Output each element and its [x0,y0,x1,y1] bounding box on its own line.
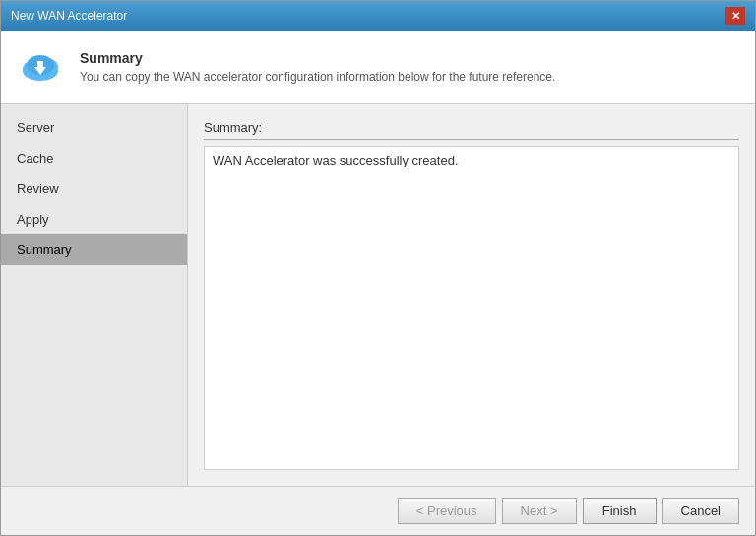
cancel-button[interactable]: Cancel [662,498,739,524]
wan-icon [17,43,64,91]
next-button[interactable]: Next > [502,498,577,524]
previous-button[interactable]: < Previous [398,498,496,524]
header-area: Summary You can copy the WAN accelerator… [1,31,755,104]
window-title: New WAN Accelerator [11,9,127,23]
summary-label: Summary: [204,120,739,140]
main-window: New WAN Accelerator ✕ Summary You can co… [0,0,756,536]
close-button[interactable]: ✕ [725,7,745,25]
header-title: Summary [80,50,555,66]
sidebar-item-server[interactable]: Server [1,112,187,143]
sidebar: Server Cache Review Apply Summary [1,104,188,486]
sidebar-item-review[interactable]: Review [1,173,187,204]
sidebar-item-summary[interactable]: Summary [1,234,187,265]
summary-box: WAN Accelerator was successfully created… [204,146,739,470]
footer: < Previous Next > Finish Cancel [1,486,755,535]
sidebar-item-cache[interactable]: Cache [1,143,187,173]
header-subtitle: You can copy the WAN accelerator configu… [80,70,555,84]
content-area: Server Cache Review Apply Summary Summar… [1,104,755,486]
main-panel: Summary: WAN Accelerator was successfull… [188,104,755,486]
title-bar: New WAN Accelerator ✕ [1,1,755,31]
header-text-block: Summary You can copy the WAN accelerator… [80,50,555,84]
sidebar-item-apply[interactable]: Apply [1,204,187,234]
finish-button[interactable]: Finish [583,498,657,524]
